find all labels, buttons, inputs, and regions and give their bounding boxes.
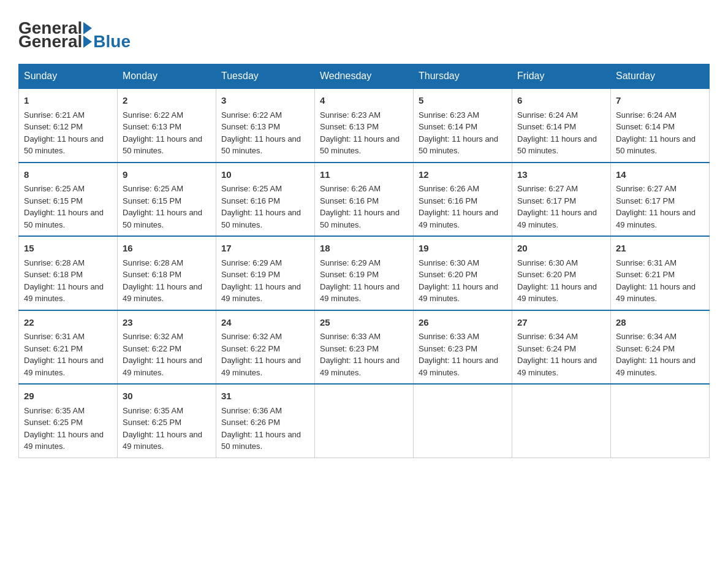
day-daylight: Daylight: 11 hours and 49 minutes. — [221, 356, 301, 377]
day-daylight: Daylight: 11 hours and 49 minutes. — [24, 356, 104, 377]
day-daylight: Daylight: 11 hours and 49 minutes. — [123, 430, 202, 451]
calendar-cell: 16 Sunrise: 6:28 AM Sunset: 6:18 PM Dayl… — [118, 236, 216, 310]
day-sunset: Sunset: 6:23 PM — [320, 344, 379, 353]
calendar-cell: 19 Sunrise: 6:30 AM Sunset: 6:20 PM Dayl… — [414, 236, 512, 310]
calendar-cell: 18 Sunrise: 6:29 AM Sunset: 6:19 PM Dayl… — [315, 236, 414, 310]
calendar-cell: 25 Sunrise: 6:33 AM Sunset: 6:23 PM Dayl… — [315, 310, 414, 385]
day-sunrise: Sunrise: 6:30 AM — [517, 258, 578, 267]
calendar-cell: 26 Sunrise: 6:33 AM Sunset: 6:23 PM Dayl… — [414, 310, 512, 385]
day-sunset: Sunset: 6:20 PM — [419, 270, 477, 279]
weekday-header-saturday: Saturday — [611, 64, 710, 89]
day-sunset: Sunset: 6:19 PM — [320, 270, 379, 279]
day-daylight: Daylight: 11 hours and 49 minutes. — [419, 282, 498, 304]
day-number: 11 — [320, 168, 408, 182]
day-sunset: Sunset: 6:13 PM — [221, 122, 280, 131]
calendar-cell: 7 Sunrise: 6:24 AM Sunset: 6:14 PM Dayli… — [611, 88, 710, 163]
day-number: 5 — [419, 94, 507, 108]
day-number: 6 — [517, 94, 605, 108]
day-sunset: Sunset: 6:22 PM — [221, 344, 280, 353]
day-daylight: Daylight: 11 hours and 50 minutes. — [24, 208, 104, 229]
day-daylight: Daylight: 11 hours and 49 minutes. — [616, 356, 696, 377]
day-daylight: Daylight: 11 hours and 50 minutes. — [221, 208, 301, 229]
day-number: 13 — [517, 168, 605, 182]
calendar-cell: 10 Sunrise: 6:25 AM Sunset: 6:16 PM Dayl… — [216, 163, 315, 237]
day-sunrise: Sunrise: 6:33 AM — [320, 332, 381, 341]
weekday-header-sunday: Sunday — [19, 64, 118, 89]
day-daylight: Daylight: 11 hours and 49 minutes. — [419, 208, 498, 229]
day-number: 27 — [517, 316, 605, 330]
calendar-cell: 20 Sunrise: 6:30 AM Sunset: 6:20 PM Dayl… — [512, 236, 611, 310]
day-number: 25 — [320, 316, 408, 330]
day-sunrise: Sunrise: 6:21 AM — [24, 110, 85, 120]
calendar-cell: 14 Sunrise: 6:27 AM Sunset: 6:17 PM Dayl… — [611, 163, 710, 237]
day-sunset: Sunset: 6:19 PM — [221, 270, 280, 279]
day-number: 16 — [123, 242, 211, 256]
day-number: 1 — [24, 94, 112, 108]
week-row-4: 22 Sunrise: 6:31 AM Sunset: 6:21 PM Dayl… — [19, 310, 710, 385]
calendar-cell: 15 Sunrise: 6:28 AM Sunset: 6:18 PM Dayl… — [19, 236, 118, 310]
calendar-cell: 6 Sunrise: 6:24 AM Sunset: 6:14 PM Dayli… — [512, 88, 611, 163]
day-sunrise: Sunrise: 6:29 AM — [221, 258, 282, 267]
day-number: 3 — [221, 94, 309, 108]
day-sunset: Sunset: 6:22 PM — [123, 344, 181, 353]
calendar-table: SundayMondayTuesdayWednesdayThursdayFrid… — [18, 64, 710, 458]
day-number: 12 — [419, 168, 507, 182]
day-sunset: Sunset: 6:16 PM — [419, 196, 477, 205]
day-sunrise: Sunrise: 6:32 AM — [221, 332, 282, 341]
calendar-cell: 9 Sunrise: 6:25 AM Sunset: 6:15 PM Dayli… — [118, 163, 216, 237]
day-sunset: Sunset: 6:18 PM — [24, 270, 83, 279]
day-sunrise: Sunrise: 6:31 AM — [616, 258, 677, 267]
day-number: 18 — [320, 242, 408, 256]
logo: General General Blue — [18, 18, 131, 52]
day-sunrise: Sunrise: 6:24 AM — [616, 110, 677, 120]
calendar-cell: 29 Sunrise: 6:35 AM Sunset: 6:25 PM Dayl… — [19, 384, 118, 458]
weekday-header-monday: Monday — [118, 64, 216, 89]
calendar-cell: 1 Sunrise: 6:21 AM Sunset: 6:12 PM Dayli… — [19, 88, 118, 163]
day-number: 22 — [24, 316, 112, 330]
day-sunset: Sunset: 6:26 PM — [221, 418, 280, 427]
day-sunset: Sunset: 6:15 PM — [24, 196, 83, 205]
day-daylight: Daylight: 11 hours and 49 minutes. — [616, 208, 696, 229]
day-number: 15 — [24, 242, 112, 256]
day-number: 9 — [123, 168, 211, 182]
day-sunrise: Sunrise: 6:23 AM — [320, 110, 381, 120]
calendar-cell — [315, 384, 414, 458]
day-sunrise: Sunrise: 6:22 AM — [221, 110, 282, 120]
day-daylight: Daylight: 11 hours and 49 minutes. — [221, 282, 301, 304]
calendar-cell: 31 Sunrise: 6:36 AM Sunset: 6:26 PM Dayl… — [216, 384, 315, 458]
day-sunrise: Sunrise: 6:25 AM — [123, 184, 183, 193]
day-number: 7 — [616, 94, 704, 108]
day-daylight: Daylight: 11 hours and 50 minutes. — [320, 134, 400, 156]
day-sunset: Sunset: 6:21 PM — [24, 344, 83, 353]
day-sunrise: Sunrise: 6:35 AM — [24, 406, 85, 415]
day-daylight: Daylight: 11 hours and 49 minutes. — [123, 282, 202, 304]
day-number: 10 — [221, 168, 309, 182]
day-sunrise: Sunrise: 6:35 AM — [123, 406, 183, 415]
week-row-1: 1 Sunrise: 6:21 AM Sunset: 6:12 PM Dayli… — [19, 88, 710, 163]
day-sunrise: Sunrise: 6:28 AM — [123, 258, 183, 267]
day-sunset: Sunset: 6:13 PM — [123, 122, 181, 131]
day-sunset: Sunset: 6:25 PM — [24, 418, 83, 427]
day-daylight: Daylight: 11 hours and 49 minutes. — [517, 356, 597, 377]
day-sunset: Sunset: 6:23 PM — [419, 344, 477, 353]
day-number: 29 — [24, 389, 112, 404]
day-daylight: Daylight: 11 hours and 49 minutes. — [123, 356, 202, 377]
day-sunset: Sunset: 6:18 PM — [123, 270, 181, 279]
weekday-header-tuesday: Tuesday — [216, 64, 315, 89]
page-header: General General Blue — [18, 18, 710, 52]
week-row-2: 8 Sunrise: 6:25 AM Sunset: 6:15 PM Dayli… — [19, 163, 710, 237]
day-sunset: Sunset: 6:24 PM — [616, 344, 675, 353]
day-sunrise: Sunrise: 6:30 AM — [419, 258, 479, 267]
day-number: 4 — [320, 94, 408, 108]
day-sunset: Sunset: 6:15 PM — [123, 196, 181, 205]
day-sunset: Sunset: 6:25 PM — [123, 418, 181, 427]
day-number: 8 — [24, 168, 112, 182]
day-sunrise: Sunrise: 6:26 AM — [320, 184, 381, 193]
day-sunrise: Sunrise: 6:31 AM — [24, 332, 85, 341]
calendar-cell: 22 Sunrise: 6:31 AM Sunset: 6:21 PM Dayl… — [19, 310, 118, 385]
day-sunrise: Sunrise: 6:22 AM — [123, 110, 183, 120]
calendar-cell: 17 Sunrise: 6:29 AM Sunset: 6:19 PM Dayl… — [216, 236, 315, 310]
day-sunset: Sunset: 6:16 PM — [221, 196, 280, 205]
day-daylight: Daylight: 11 hours and 50 minutes. — [24, 134, 104, 156]
day-daylight: Daylight: 11 hours and 49 minutes. — [24, 282, 104, 304]
